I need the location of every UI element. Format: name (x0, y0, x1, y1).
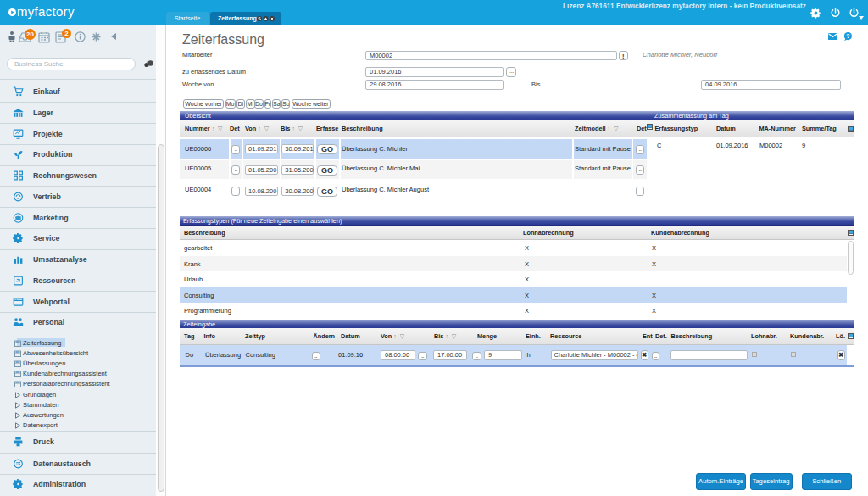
svg-text:?: ? (846, 33, 849, 39)
